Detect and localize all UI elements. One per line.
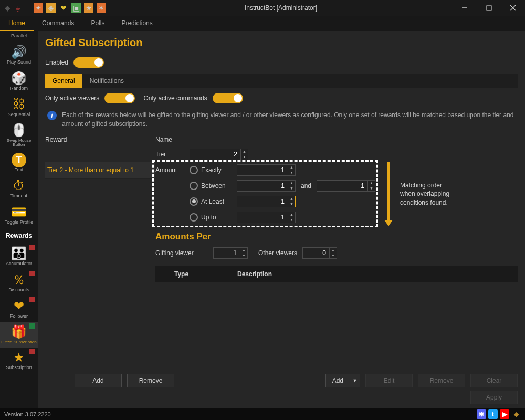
reward-add-button[interactable]: Add <box>75 374 122 387</box>
sidebar-item-accumulator[interactable]: 👪 Accumulator <box>0 244 38 270</box>
amount-atleast-radio[interactable]: At Least <box>190 197 232 206</box>
version-text: Version 3.07.2220 <box>4 411 51 417</box>
spin-up-icon[interactable]: ▲ <box>241 149 248 154</box>
accumulator-icon: 👪 <box>9 246 29 261</box>
sidebar-item-text[interactable]: T Text <box>0 151 38 176</box>
reward-column-header: Reward <box>45 133 155 146</box>
amount-between-a-spinner[interactable]: ▲▼ <box>237 180 296 192</box>
matching-order-indicator: Matching order when overlapping conditio… <box>384 162 489 226</box>
status-badge-icon <box>29 297 35 302</box>
amount-upto-radio[interactable]: Up to <box>190 213 232 222</box>
tab-polls[interactable]: Polls <box>82 16 113 32</box>
star-icon: ★ <box>9 350 29 365</box>
amount-between-b-spinner[interactable]: ▲▼ <box>317 180 375 192</box>
status-badge-icon <box>29 271 35 276</box>
close-button[interactable] <box>501 0 525 16</box>
titlebar-left-icons: ◆ ⏚ <box>0 4 25 12</box>
apply-button[interactable]: Apply <box>470 391 518 404</box>
stopwatch-icon: ⏱ <box>9 178 29 194</box>
titlebar-icon-1[interactable]: ✦ <box>34 3 43 13</box>
heart-icon: ❤ <box>9 298 29 314</box>
between-and-label: and <box>301 182 311 190</box>
only-active-viewers-label: Only active viewers <box>45 94 99 102</box>
sub-tabs: General Notifications <box>45 74 518 88</box>
app-window: ◆ ⏚ ✦ ◈ ❤ ▣ ★ ✶ InstructBot [Administrat… <box>0 0 525 420</box>
amount-atleast-spinner[interactable]: ▲▼ <box>237 196 296 207</box>
statusbar: Version 3.07.2220 ✱ t ▶ ◆ <box>0 408 525 420</box>
spin-down-icon[interactable]: ▼ <box>241 154 248 160</box>
discount-icon: ％ <box>9 272 29 288</box>
status-badge-icon <box>29 323 35 329</box>
chevron-down-icon[interactable]: ▼ <box>350 378 360 383</box>
minimize-button[interactable] <box>453 0 477 16</box>
sidebar-item-subscription[interactable]: ★ Subscription <box>0 348 38 374</box>
youtube-icon[interactable]: ▶ <box>500 410 509 419</box>
tier-label: Tier <box>155 151 184 158</box>
titlebar-icon-3[interactable]: ❤ <box>59 3 68 13</box>
amounts-table-header: Type Description <box>155 266 518 282</box>
gift-icon: 🎁 <box>9 324 29 340</box>
window-title: InstructBot [Administrator] <box>109 4 453 12</box>
text-icon: T <box>12 153 26 167</box>
amount-edit-button[interactable]: Edit <box>365 374 413 387</box>
svg-rect-1 <box>487 6 491 10</box>
tab-home[interactable]: Home <box>0 16 34 32</box>
sidebar-item-sequential[interactable]: ⛓ Sequential <box>0 94 38 121</box>
status-badge-icon <box>29 245 35 250</box>
only-active-commands-label: Only active commands <box>143 94 207 102</box>
sidebar-item-timeout[interactable]: ⏱ Timeout <box>0 176 38 202</box>
main-tabs: Home Commands Polls Predictions <box>0 16 525 32</box>
sidebar-item-toggle-profile[interactable]: 💳 Toggle Profile <box>0 202 38 228</box>
tab-commands[interactable]: Commands <box>34 16 82 32</box>
other-viewers-spinner[interactable]: ▲▼ <box>302 247 337 259</box>
gifting-viewer-label: Gifting viewer <box>155 249 208 257</box>
tab-predictions[interactable]: Predictions <box>113 16 161 32</box>
subtab-general[interactable]: General <box>45 74 82 88</box>
sidebar-item-parallel[interactable]: Parallel <box>0 32 38 42</box>
info-text: Each of the rewards below will be gifted… <box>62 111 516 129</box>
amount-label: Amount <box>155 166 184 174</box>
name-column-header: Name <box>155 133 172 146</box>
only-active-viewers-toggle[interactable] <box>104 93 135 103</box>
tier-input[interactable] <box>190 149 240 160</box>
sidebar-item-random[interactable]: 🎲 Random <box>0 68 38 94</box>
twitter-icon[interactable]: t <box>488 410 498 419</box>
subtab-notifications[interactable]: Notifications <box>82 74 131 88</box>
reward-remove-button[interactable]: Remove <box>127 374 174 387</box>
sidebar-item-play-sound[interactable]: 🔊 Play Sound <box>0 42 38 68</box>
tier-spinner[interactable]: ▲▼ <box>190 149 248 160</box>
amount-clear-button[interactable]: Clear <box>470 374 518 387</box>
amount-upto-spinner[interactable]: ▲▼ <box>237 212 296 223</box>
amount-exactly-radio[interactable]: Exactly <box>190 166 232 174</box>
titlebar: ◆ ⏚ ✦ ◈ ❤ ▣ ★ ✶ InstructBot [Administrat… <box>0 0 525 16</box>
titlebar-icon-6[interactable]: ✶ <box>97 3 106 13</box>
plug-icon: ⏚ <box>14 4 22 12</box>
maximize-button[interactable] <box>477 0 501 16</box>
titlebar-icon-5[interactable]: ★ <box>84 3 93 13</box>
amount-exactly-spinner[interactable]: ▲▼ <box>237 164 296 176</box>
gifting-viewer-spinner[interactable]: ▲▼ <box>213 247 248 259</box>
amount-remove-button[interactable]: Remove <box>418 374 465 387</box>
reward-list-item[interactable]: Tier 2 - More than or equal to 1 <box>45 162 155 179</box>
sidebar-item-discounts[interactable]: ％ Discounts <box>0 270 38 296</box>
discord-icon[interactable]: ✱ <box>477 410 486 419</box>
amount-add-split-button[interactable]: Add ▼ <box>326 374 360 387</box>
sidebar-item-follower[interactable]: ❤ Follower <box>0 296 38 322</box>
titlebar-icon-4[interactable]: ▣ <box>71 3 81 13</box>
enabled-label: Enabled <box>45 59 68 66</box>
mouse-icon: 🖱️ <box>9 123 29 139</box>
app-icon: ◆ <box>3 4 12 12</box>
titlebar-icon-2[interactable]: ◈ <box>46 3 56 13</box>
type-column-header: Type <box>168 266 231 282</box>
content-panel: Gifted Subscription Enabled General Noti… <box>38 32 525 408</box>
dice-icon: 🎲 <box>9 70 29 86</box>
matching-order-text: Matching order when overlapping conditio… <box>400 181 458 207</box>
only-active-commands-toggle[interactable] <box>213 93 243 103</box>
sidebar: Parallel 🔊 Play Sound 🎲 Random ⛓ Sequent… <box>0 32 38 408</box>
description-column-header: Description <box>231 266 278 282</box>
other-viewers-label: Other viewers <box>258 249 297 257</box>
amount-between-radio[interactable]: Between <box>190 182 232 190</box>
sidebar-item-gifted-subscription[interactable]: 🎁 Gifted Subscription <box>0 322 38 348</box>
enabled-toggle[interactable] <box>74 57 104 68</box>
sidebar-item-swap-mouse[interactable]: 🖱️ Swap Mouse Button <box>0 121 38 151</box>
